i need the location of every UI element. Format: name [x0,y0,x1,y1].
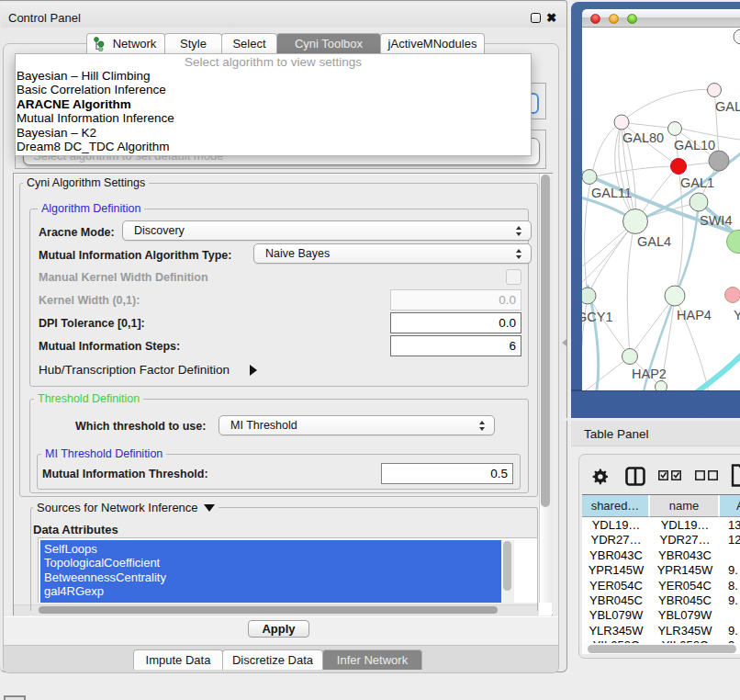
svg-text:GAL11: GAL11 [591,186,632,200]
svg-text:HAP4: HAP4 [677,308,712,322]
svg-text:HAP2: HAP2 [632,367,667,381]
svg-text:GAL7: GAL7 [715,99,740,114]
svg-text:GAL1: GAL1 [680,175,714,190]
svg-text:GAL10: GAL10 [674,138,715,152]
svg-text:SWI4: SWI4 [700,213,732,228]
svg-text:GAL4: GAL4 [637,234,671,249]
svg-text:GAL80: GAL80 [622,130,664,145]
svg-text:GCY1: GCY1 [582,310,613,324]
svg-text:Y: Y [734,308,740,322]
